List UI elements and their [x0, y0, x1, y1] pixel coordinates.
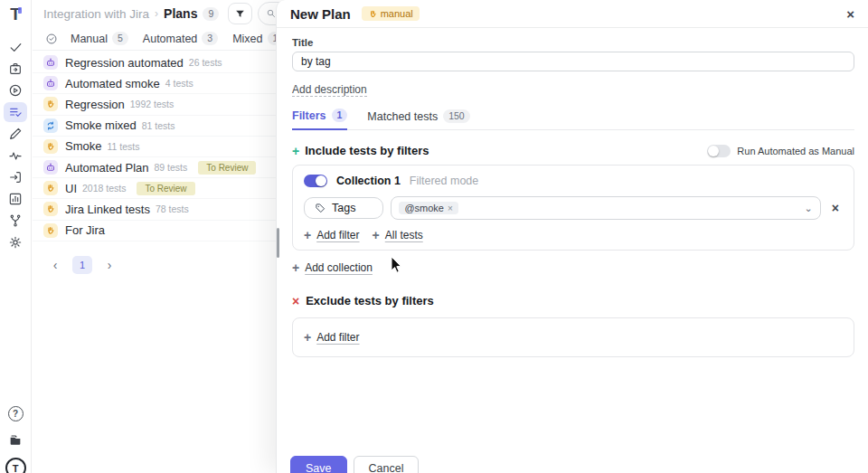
drawer-footer: Save Cancel: [290, 456, 419, 473]
run-automated-toggle-group: Run Automated as Manual: [707, 145, 854, 157]
tab-manual[interactable]: Manual5: [71, 32, 128, 45]
collection-links: +Add filter +All tests: [304, 229, 843, 241]
plan-row[interactable]: For Jira: [33, 221, 286, 241]
rail-bottom: ? T: [4, 406, 27, 473]
tab-automated[interactable]: Automated3: [143, 32, 218, 45]
plan-row[interactable]: Automated smoke4 tests: [33, 73, 286, 94]
import-icon[interactable]: [4, 167, 27, 187]
plan-title: Regression: [65, 98, 125, 111]
breadcrumb-project[interactable]: Integration with Jira: [43, 7, 149, 21]
drawer-body: Title Add description Filters1 Matched t…: [277, 28, 868, 357]
collection-header: Collection 1 Filtered mode: [304, 175, 843, 187]
manual-hand-icon: [368, 9, 378, 19]
help-icon[interactable]: ?: [8, 406, 24, 421]
tags-value-select[interactable]: @smoke × ⌄: [391, 196, 820, 220]
results-check-icon[interactable]: [4, 37, 27, 57]
plan-row[interactable]: Regression automated26 tests: [33, 52, 286, 73]
save-button[interactable]: Save: [290, 456, 347, 473]
exclude-x-icon: ×: [292, 295, 299, 307]
filter-button[interactable]: [228, 3, 252, 24]
plan-row[interactable]: UI2018 testsTo Review: [33, 178, 286, 199]
drawer-title: New Plan: [290, 6, 351, 22]
run-automated-label: Run Automated as Manual: [737, 146, 854, 156]
chip-remove-icon[interactable]: ×: [448, 203, 453, 213]
collection-toggle[interactable]: [304, 175, 327, 187]
page-prev-icon[interactable]: ‹: [47, 258, 63, 272]
chart-box-icon[interactable]: [4, 189, 27, 209]
plan-title: Regression automated: [65, 56, 184, 70]
plan-row[interactable]: Jira Linked tests78 tests: [33, 199, 286, 220]
plan-row[interactable]: Automated Plan89 testsTo Review: [33, 157, 286, 178]
plan-row[interactable]: Smoke mixed81 tests: [33, 116, 286, 137]
status-badge: To Review: [137, 182, 194, 195]
collection-name: Collection 1: [336, 175, 401, 187]
all-tests-link[interactable]: +All tests: [373, 229, 423, 241]
funnel-icon: [234, 8, 246, 20]
select-all-icon[interactable]: [45, 33, 58, 45]
add-description-link[interactable]: Add description: [292, 83, 367, 97]
app-root: T ?: [0, 0, 868, 473]
automated-plan-icon: [43, 160, 58, 175]
new-plan-drawer: New Plan manual × Title Add description …: [276, 0, 868, 473]
pen-icon[interactable]: [4, 124, 27, 144]
tab-filters[interactable]: Filters1: [292, 109, 347, 130]
plan-title: Smoke mixed: [65, 118, 137, 132]
exclude-add-filter-link[interactable]: +Add filter: [304, 331, 360, 344]
plan-row[interactable]: Regression1992 tests: [33, 94, 286, 115]
plan-test-count: 11 tests: [107, 141, 139, 152]
plan-title: Jira Linked tests: [65, 203, 150, 216]
add-filter-link[interactable]: +Add filter: [304, 229, 360, 241]
breadcrumb-separator: ›: [155, 7, 158, 20]
automated-plan-icon: [43, 76, 58, 90]
manual-plan-icon: [43, 139, 58, 154]
library-icon[interactable]: [4, 430, 27, 449]
gear-icon[interactable]: [4, 232, 27, 252]
title-label: Title: [292, 37, 854, 48]
include-section-header: + Include tests by filters Run Automated…: [292, 144, 854, 157]
plans-list-check-icon[interactable]: [4, 102, 27, 122]
play-circle-icon[interactable]: [4, 80, 27, 100]
title-input[interactable]: [292, 52, 854, 71]
tag-chip: @smoke ×: [399, 202, 458, 214]
run-automated-toggle[interactable]: [707, 145, 731, 157]
accessibility-icon[interactable]: T: [5, 458, 26, 473]
plans-list: Regression automated26 testsAutomated sm…: [33, 52, 286, 241]
close-icon[interactable]: ×: [846, 7, 854, 21]
tab-matched-tests[interactable]: Matched tests150: [367, 109, 469, 129]
plan-row[interactable]: Smoke11 tests: [33, 137, 286, 157]
plan-title: Automated Plan: [65, 161, 149, 175]
chevron-down-icon[interactable]: ⌄: [805, 203, 813, 214]
automated-plan-icon: [43, 55, 58, 70]
cancel-button[interactable]: Cancel: [354, 456, 420, 473]
plan-test-count: 1992 tests: [130, 99, 174, 109]
collection-filter-row: Tags @smoke × ⌄ ×: [304, 196, 843, 220]
plan-test-count: 78 tests: [156, 203, 189, 214]
page-title: Plans: [164, 6, 197, 21]
manual-plan-icon: [43, 97, 58, 111]
plan-title: Automated smoke: [65, 77, 160, 90]
pagination: ‹ 1 ›: [47, 256, 286, 274]
runs-briefcase-icon[interactable]: [4, 59, 27, 79]
icon-rail: T ?: [0, 0, 32, 473]
plans-count-badge: 9: [203, 7, 219, 21]
plan-type-badge: manual: [362, 6, 420, 21]
plan-test-count: 2018 tests: [82, 183, 126, 194]
drawer-resize-handle[interactable]: [277, 228, 279, 258]
page-next-icon[interactable]: ›: [101, 258, 118, 272]
plan-title: UI: [65, 182, 77, 195]
tag-icon: [315, 203, 326, 214]
exclude-section-header: × Exclude tests by filters: [292, 294, 854, 307]
plans-header: Integration with Jira › Plans 9 ×: [33, 0, 286, 27]
plan-test-count: 4 tests: [165, 78, 193, 89]
pulse-icon[interactable]: [4, 146, 27, 166]
remove-filter-icon[interactable]: ×: [828, 201, 843, 215]
app-logo[interactable]: T: [10, 5, 21, 24]
page-current[interactable]: 1: [72, 256, 92, 274]
branch-icon[interactable]: [4, 211, 27, 231]
tags-filter-button[interactable]: Tags: [304, 197, 383, 219]
exclude-card: +Add filter: [292, 317, 854, 357]
add-collection-link[interactable]: +Add collection: [292, 261, 854, 274]
drawer-header: New Plan manual ×: [277, 0, 868, 28]
manual-plan-icon: [43, 223, 58, 238]
plan-title: For Jira: [65, 223, 105, 237]
